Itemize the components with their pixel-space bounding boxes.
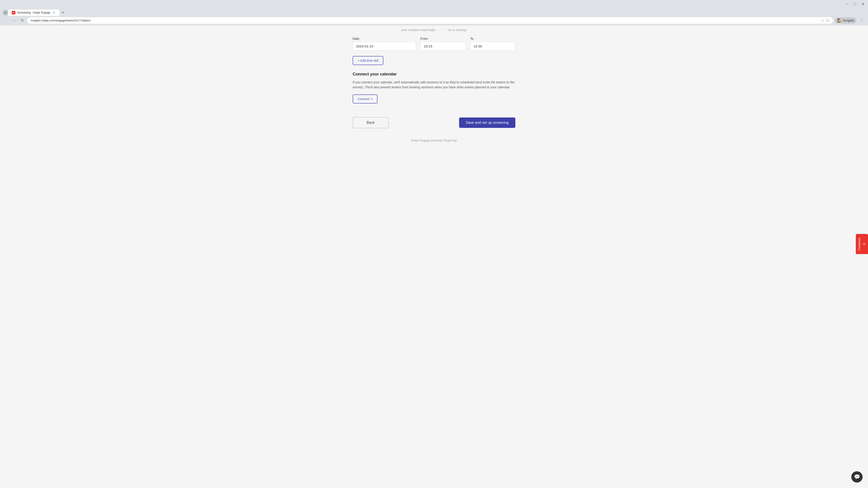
add-time-slot-button[interactable]: + Add time slot xyxy=(352,56,383,65)
calendar-section: Connect your calendar If you connect you… xyxy=(348,72,520,103)
tab-close-button[interactable]: ✕ xyxy=(52,11,56,14)
hint-item-1: your-invitation-total-length xyxy=(401,28,435,32)
active-tab[interactable]: H Scheduling - Hotjar Engage ✕ xyxy=(8,9,59,16)
address-bar-area: ← → ↻ insights.hotjar.com/engage/tests/1… xyxy=(0,16,868,26)
from-input[interactable] xyxy=(421,42,466,51)
minimize-button[interactable]: – xyxy=(844,1,850,7)
bookmark-icon[interactable]: ☆ xyxy=(821,18,825,23)
browser-menu-button[interactable]: ⋮ xyxy=(858,18,865,24)
back-label: Back xyxy=(367,121,375,125)
chat-icon: 💬 xyxy=(854,474,860,480)
feedback-icon: ✉ xyxy=(863,242,866,246)
new-tab-button[interactable]: + xyxy=(60,9,66,16)
to-label: To xyxy=(470,37,515,40)
back-nav-button[interactable]: ← xyxy=(3,18,9,24)
save-screening-button[interactable]: Save and set up screening xyxy=(459,118,515,128)
close-button[interactable]: ✕ xyxy=(860,1,866,7)
hint-separator: → xyxy=(440,28,443,32)
chat-bubble-button[interactable]: 💬 xyxy=(851,471,863,483)
page-content: your-invitation-total-length → Go to Set… xyxy=(0,26,868,488)
address-text: insights.hotjar.com/engage/tests/16177/d… xyxy=(31,19,819,22)
reload-button[interactable]: ↻ xyxy=(19,18,25,24)
chevron-down-icon: ▾ xyxy=(371,97,373,101)
from-label: From xyxy=(421,37,466,40)
to-input[interactable] xyxy=(470,42,515,51)
connect-label: Connect xyxy=(358,97,369,101)
restore-button[interactable]: □ xyxy=(852,1,858,7)
date-group: Date xyxy=(352,37,416,51)
date-label: Date xyxy=(352,37,416,40)
tabs-row: H Scheduling - Hotjar Engage ✕ + xyxy=(8,9,865,16)
footer-actions: Back Save and set up screening xyxy=(348,117,520,128)
feedback-label: Feedback xyxy=(858,237,861,250)
incognito-label: Incognito xyxy=(843,19,854,22)
back-button[interactable]: Back xyxy=(352,117,389,128)
tab-title: Scheduling - Hotjar Engage xyxy=(17,11,51,14)
feedback-tab[interactable]: Feedback ✉ xyxy=(856,234,868,254)
add-time-slot-label: + Add time slot xyxy=(358,59,378,62)
date-time-form: Date From To + Add time slot xyxy=(348,37,520,65)
browser-tabs-bar: ▾ H Scheduling - Hotjar Engage ✕ + xyxy=(0,8,868,16)
hint-item-2[interactable]: Go to Settings xyxy=(448,28,467,32)
address-bar[interactable]: insights.hotjar.com/engage/tests/16177/d… xyxy=(27,17,833,24)
tab-favicon: H xyxy=(12,11,16,14)
window-title-bar: – □ ✕ xyxy=(0,0,868,8)
top-hint-nav: your-invitation-total-length → Go to Set… xyxy=(0,26,868,32)
calendar-section-description: If you connect your calendar, we'll auto… xyxy=(352,80,515,90)
window-controls: – □ ✕ xyxy=(844,1,866,7)
save-label: Save and set up screening xyxy=(466,121,508,125)
footer-text: Hotjar Engage (formerly PingPong) xyxy=(411,139,457,142)
tab-expand-button[interactable]: ▾ xyxy=(3,10,8,15)
to-group: To xyxy=(470,37,515,51)
incognito-icon: 🕵 xyxy=(837,18,842,23)
split-view-icon[interactable]: ☐ xyxy=(826,18,829,23)
connect-calendar-button[interactable]: Connect ▾ xyxy=(352,94,377,103)
page-footer: Hotjar Engage (formerly PingPong) xyxy=(0,135,868,146)
calendar-section-title: Connect your calendar xyxy=(352,72,515,76)
forward-nav-button[interactable]: → xyxy=(11,18,17,24)
incognito-badge: 🕵 Incognito xyxy=(835,18,856,24)
date-time-row: Date From To xyxy=(352,37,515,51)
from-group: From xyxy=(421,37,466,51)
date-input[interactable] xyxy=(352,42,416,51)
